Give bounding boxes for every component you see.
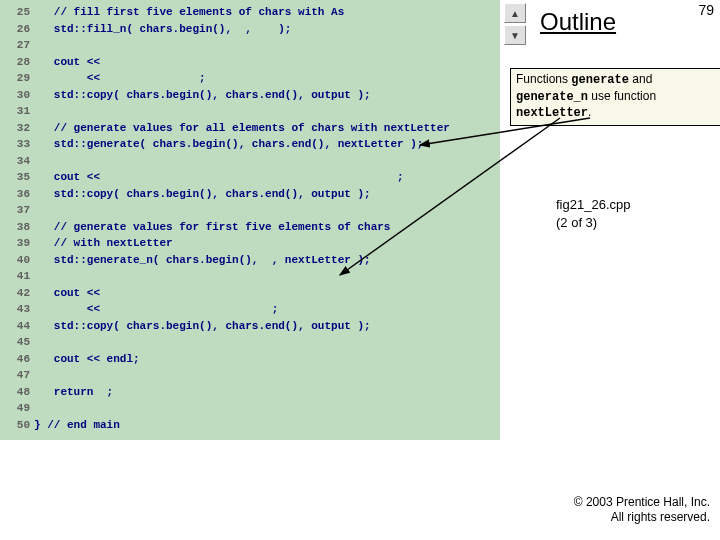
code-panel: 25 26 27 28 29 30 31 32 33 34 35 36 37 3…: [0, 0, 500, 440]
callout-text: .: [588, 105, 591, 119]
nav-up-button[interactable]: ▲: [504, 3, 526, 23]
nav-down-button[interactable]: ▼: [504, 25, 526, 45]
footer: © 2003 Prentice Hall, Inc. All rights re…: [574, 495, 710, 526]
line-number-gutter: 25 26 27 28 29 30 31 32 33 34 35 36 37 3…: [0, 0, 34, 440]
figure-caption: fig21_26.cpp (2 of 3): [556, 196, 630, 231]
slide-number: 79: [698, 2, 714, 18]
callout-text: use function: [588, 89, 656, 103]
callout-text: and: [629, 72, 652, 86]
callout-text: Functions: [516, 72, 571, 86]
callout-code: generate_n: [516, 90, 588, 104]
outline-title: Outline: [540, 8, 616, 36]
copyright-line: © 2003 Prentice Hall, Inc.: [574, 495, 710, 509]
rights-line: All rights reserved.: [611, 510, 710, 524]
code-listing: // fill first five elements of chars wit…: [34, 0, 500, 440]
figure-page: (2 of 3): [556, 215, 597, 230]
callout-code: generate: [571, 73, 629, 87]
callout-box: Functions generate and generate_n use fu…: [510, 68, 720, 126]
nav-buttons: ▲ ▼: [504, 3, 526, 45]
callout-code: nextLetter: [516, 106, 588, 120]
figure-filename: fig21_26.cpp: [556, 197, 630, 212]
